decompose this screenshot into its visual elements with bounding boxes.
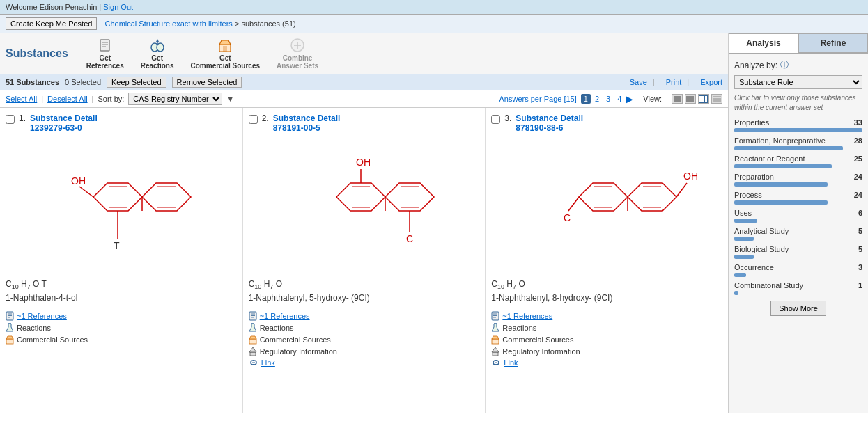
sign-out-link[interactable]: Sign Out [103,3,133,11]
analyze-bar[interactable] [734,182,828,187]
view-single-icon[interactable] [672,94,683,104]
svg-text:C: C [564,212,571,223]
page-3-link[interactable]: 3 [603,94,613,104]
save-link[interactable]: Save [630,78,647,86]
get-references-button[interactable]: Get References [82,36,128,71]
substance-1-commercial-link[interactable]: Commercial Sources [6,335,237,345]
link-icon-2 [249,359,258,366]
substance-2-name: 1-Naphthalenyl, 5-hydroxy- (9CI) [249,293,480,303]
analyze-item-label[interactable]: Analytical Study [734,227,789,235]
export-link[interactable]: Export [700,78,722,86]
sort-direction-icon[interactable]: ▼ [226,95,234,103]
substance-2-title-link[interactable]: Substance Detail [273,113,341,123]
svg-marker-59 [579,183,628,211]
analyze-item-label[interactable]: Reactant or Reagent [734,155,805,163]
analyze-item-label[interactable]: Formation, Nonpreparative [734,136,826,145]
analyze-item-label[interactable]: Uses [734,209,752,217]
create-keep-me-posted-button[interactable]: Create Keep Me Posted [6,17,97,30]
search-link[interactable]: Chemical Structure exact with limiters [104,19,232,28]
print-link[interactable]: Print [666,78,682,86]
keep-selected-button[interactable]: Keep Selected [107,77,166,88]
analyze-bar[interactable] [734,255,754,259]
show-more-button[interactable]: Show More [770,301,826,316]
combine-button[interactable]: Combine Answer Sets [272,36,323,71]
substance-1-checkbox[interactable] [6,115,15,124]
analyze-bar[interactable] [734,273,746,277]
doc-icon-3 [491,311,499,321]
analyze-item-label[interactable]: Occurrence [734,263,774,271]
references-icon [98,38,113,53]
analyze-by-select[interactable]: Substance Role [734,75,862,89]
sort-select[interactable]: CAS Registry Number [128,93,222,105]
svg-rect-55 [249,339,256,344]
analyze-bar[interactable] [734,146,843,150]
substance-3-commercial-link[interactable]: Commercial Sources [491,335,722,345]
analyze-item-label[interactable]: Combinatorial Study [734,281,803,290]
substance-2-num: 2. [262,113,269,123]
svg-text:OH: OH [683,171,698,182]
doc-icon [6,311,14,321]
substance-1-cas-link[interactable]: 1239279-63-0 [30,123,82,133]
get-reactions-button[interactable]: Get Reactions [137,36,178,71]
select-all-link[interactable]: Select All [6,95,37,103]
result-bar-sep1: | [653,78,655,86]
svg-rect-50 [249,312,256,320]
analysis-tab[interactable]: Analysis [729,33,798,53]
analyze-bar[interactable] [734,200,828,205]
refine-tab[interactable]: Refine [798,33,868,53]
view-three-col-icon[interactable] [698,94,709,104]
substance-1-reactions-link[interactable]: Reactions [6,323,237,333]
substance-3-cas-link[interactable]: 878190-88-6 [516,123,563,133]
substance-2-link-link[interactable]: Link [249,358,480,367]
analyze-bar[interactable] [734,164,832,168]
remove-selected-button[interactable]: Remove Selected [172,77,242,88]
get-commercial-button[interactable]: Get Commercial Sources [187,36,265,71]
view-two-col-icon[interactable] [685,94,696,104]
view-compact-icon[interactable] [711,94,722,104]
analyze-item-label[interactable]: Preparation [734,173,774,181]
analyze-item-label[interactable]: Biological Study [734,245,789,253]
substance-2-commercial-link[interactable]: Commercial Sources [249,335,480,345]
analyze-bar[interactable] [734,291,738,295]
analyze-item: Uses 6 [734,209,862,223]
analyze-item-label[interactable]: Properties [734,118,769,127]
combine-label1: Combine [283,54,313,62]
substance-col-1: 1. Substance Detail 1239279-63-0 [0,108,243,413]
substance-3-references-link[interactable]: ~1 References [491,311,722,321]
page-1-link[interactable]: 1 [581,94,591,104]
page-2-link[interactable]: 2 [592,94,602,104]
analyze-item: Preparation 24 [734,173,862,187]
analyze-item-label[interactable]: Process [734,191,762,199]
substance-1-references-link[interactable]: ~1 References [6,311,237,321]
substance-1-title-link[interactable]: Substance Detail [30,113,98,123]
commercial-icon [217,38,233,53]
svg-rect-16 [699,96,702,102]
analyze-bar[interactable] [734,237,754,241]
analyze-bar[interactable] [734,128,862,132]
shop-icon-2 [249,335,257,345]
analyze-item: Combinatorial Study 1 [734,281,862,295]
result-bar-sep2: | [687,78,689,86]
page-4-link[interactable]: 4 [614,94,624,104]
substance-2-references-link[interactable]: ~1 References [249,311,480,321]
substance-2-regulatory-link[interactable]: Regulatory Information [249,347,480,356]
substance-3-link-link[interactable]: Link [491,358,722,367]
substance-2-cas-link[interactable]: 878191-00-5 [273,123,320,133]
substance-2-checkbox[interactable] [249,115,258,124]
analyze-item: Analytical Study 5 [734,227,862,241]
deselect-all-link[interactable]: Deselect All [47,95,87,103]
substance-3-title-link[interactable]: Substance Detail [516,113,583,123]
substance-1-commercial-label: Commercial Sources [17,335,88,344]
reactions-icon [150,38,165,53]
next-page-icon[interactable]: ▶ [626,93,633,104]
substance-3-reactions-link[interactable]: Reactions [491,323,722,333]
answers-per-page-link[interactable]: Answers per Page [15] [499,95,577,103]
analyze-item: Process 24 [734,191,862,205]
substance-3-checkbox[interactable] [491,115,500,124]
toolbar-title: Substances [6,47,68,60]
substance-3-regulatory-link[interactable]: Regulatory Information [491,347,722,356]
substance-2-reactions-link[interactable]: Reactions [249,323,480,333]
svg-marker-57 [249,347,256,352]
substances-grid: 1. Substance Detail 1239279-63-0 [0,108,728,413]
analyze-bar[interactable] [734,219,757,223]
